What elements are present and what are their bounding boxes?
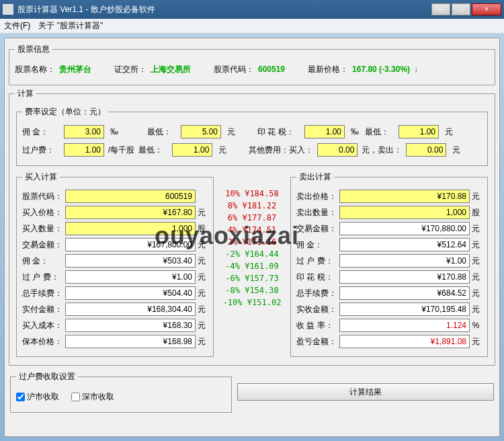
buy-break-label: 保本价格： xyxy=(22,336,65,348)
buy-cost-label: 买入成本： xyxy=(22,320,65,331)
other-fee-buy-label: 其他费用：买入： xyxy=(249,145,313,156)
buy-group: 买入计算 股票代码： 买入价格：元 买入数量：股 交易金额：元 佣 金：元 过 … xyxy=(16,171,214,357)
buy-cost-output xyxy=(65,319,196,332)
buy-xfer-output xyxy=(65,270,196,284)
stock-info-group: 股票信息 股票名称： 贵州茅台 证交所： 上海交易所 股票代码： 600519 … xyxy=(9,44,495,85)
per-1000-shares-label: /每千股 xyxy=(108,145,134,156)
buy-fee-output xyxy=(65,286,196,300)
sell-qty-label: 卖出数量： xyxy=(296,207,339,218)
permille-unit-2: ‰ xyxy=(349,127,361,136)
other-fee-mid-label: 元，卖出： xyxy=(362,145,402,156)
sell-fee-label: 总手续费： xyxy=(296,288,339,299)
menu-file[interactable]: 文件(F) xyxy=(4,20,30,32)
buy-comm-label: 佣 金： xyxy=(22,255,65,267)
latest-price-label: 最新价格： xyxy=(308,64,348,75)
sell-recv-output xyxy=(339,303,470,316)
profit-loss-output xyxy=(339,335,470,348)
buy-qty-label: 买入数量： xyxy=(22,223,65,235)
buy-pay-label: 实付金额： xyxy=(22,304,65,315)
buy-code-input[interactable] xyxy=(65,190,196,203)
commission-label: 佣 金： xyxy=(22,126,60,138)
rate-legend: 费率设定（单位：元） xyxy=(22,106,108,118)
yuan-unit-2: 元 xyxy=(443,126,455,138)
latest-price: 167.80 (-3.30%) xyxy=(352,65,410,74)
stamp-label: 印 花 税： xyxy=(257,126,300,138)
shenzhen-checkbox[interactable]: 深市收取 xyxy=(71,391,114,403)
profit-loss-label: 盈亏金额： xyxy=(296,336,339,348)
stamp-min-label: 最低： xyxy=(365,126,394,138)
return-rate-output xyxy=(339,319,470,332)
stamp-min-input[interactable] xyxy=(398,125,439,138)
transfer-fee-label: 过户费： xyxy=(22,145,60,156)
transfer-min-input[interactable] xyxy=(172,143,212,157)
buy-amount-label: 交易金额： xyxy=(22,239,65,251)
sell-amount-label: 交易金额： xyxy=(296,223,339,235)
exchange-label: 证交所： xyxy=(114,64,146,75)
gu-u: 股 xyxy=(196,223,208,235)
buy-legend: 买入计算 xyxy=(22,171,60,183)
commission-input[interactable] xyxy=(64,125,104,138)
sell-recv-label: 实收金额： xyxy=(296,304,339,315)
stock-code: 600519 xyxy=(258,65,285,74)
sell-group: 卖出计算 卖出价格：元 卖出数量：股 交易金额：元 佣 金：元 过 户 费：元 … xyxy=(290,171,488,357)
stock-info-legend: 股票信息 xyxy=(15,44,52,55)
buy-comm-output xyxy=(65,254,196,268)
buy-price-input[interactable] xyxy=(65,206,196,219)
stock-name-label: 股票名称： xyxy=(15,64,55,75)
yuan-unit-3: 元 xyxy=(216,145,228,156)
transfer-fee-input[interactable] xyxy=(64,143,104,157)
buy-qty-input[interactable] xyxy=(65,222,196,235)
buy-code-label: 股票代码： xyxy=(22,191,65,202)
sell-qty-input[interactable] xyxy=(339,206,470,219)
buy-price-label: 买入价格： xyxy=(22,207,65,218)
transfer-fee-setting-group: 过户费收取设置 沪市收取 深市收取 xyxy=(10,371,232,413)
calculate-button[interactable]: 计算结果 xyxy=(237,383,494,401)
sell-stamp-label: 印 花 税： xyxy=(296,272,339,283)
exchange-value: 上海交易所 xyxy=(151,64,191,75)
app-icon xyxy=(3,4,13,15)
transfer-min-label: 最低： xyxy=(138,145,168,156)
sell-xfer-label: 过 户 费： xyxy=(296,255,339,267)
yuan-unit-4: 元 xyxy=(450,145,462,156)
commission-min-input[interactable] xyxy=(181,125,221,138)
sell-xfer-output xyxy=(339,254,470,268)
yuan-unit: 元 xyxy=(225,126,237,138)
other-sell-input[interactable] xyxy=(406,143,446,157)
sell-price-input[interactable] xyxy=(339,190,470,203)
sell-comm-label: 佣 金： xyxy=(296,239,339,251)
shanghai-checkbox[interactable]: 沪市收取 xyxy=(16,391,59,403)
sell-price-label: 卖出价格： xyxy=(296,191,339,202)
commission-min-label: 最低： xyxy=(147,126,177,138)
window-title: 股票计算器 Ver1.1 - 散户炒股必备软件 xyxy=(17,4,431,15)
stock-code-label: 股票代码： xyxy=(214,64,254,75)
other-buy-input[interactable] xyxy=(317,143,358,157)
permille-unit: ‰ xyxy=(108,127,120,136)
yuan-u: 元 xyxy=(196,207,208,218)
transfer-fee-setting-legend: 过户费收取设置 xyxy=(16,371,78,383)
sell-comm-output xyxy=(339,238,470,251)
buy-fee-label: 总手续费： xyxy=(22,288,65,299)
sell-legend: 卖出计算 xyxy=(296,171,334,183)
menu-about[interactable]: 关于 "股票计算器" xyxy=(38,20,103,32)
titlebar: 股票计算器 Ver1.1 - 散户炒股必备软件 — □ × xyxy=(0,0,504,19)
calc-group: 计算 费率设定（单位：元） 佣 金： ‰ 最低： 元 印 花 税： ‰ 最低： … xyxy=(9,88,495,366)
buy-pay-output xyxy=(65,303,196,316)
sell-amount-output xyxy=(339,222,470,235)
maximize-button[interactable]: □ xyxy=(452,3,470,15)
menubar: 文件(F) 关于 "股票计算器" xyxy=(0,19,504,34)
return-rate-label: 收 益 率： xyxy=(296,320,339,331)
calc-legend: 计算 xyxy=(15,88,36,99)
minimize-button[interactable]: — xyxy=(431,3,450,15)
sell-stamp-output xyxy=(339,270,470,284)
rate-group: 费率设定（单位：元） 佣 金： ‰ 最低： 元 印 花 税： ‰ 最低： 元 过… xyxy=(16,106,488,166)
buy-amount-output xyxy=(65,238,196,251)
close-button[interactable]: × xyxy=(472,3,501,15)
stock-name: 贵州茅台 xyxy=(59,64,91,75)
buy-xfer-label: 过 户 费： xyxy=(22,272,65,283)
down-arrow-icon: ↓ xyxy=(414,65,418,74)
stamp-input[interactable] xyxy=(304,125,345,138)
percent-price-list: 10% ¥184.58 8% ¥181.22 6% ¥177.87 4% ¥17… xyxy=(215,169,289,360)
sell-fee-output xyxy=(339,286,470,300)
buy-break-output xyxy=(65,335,196,348)
